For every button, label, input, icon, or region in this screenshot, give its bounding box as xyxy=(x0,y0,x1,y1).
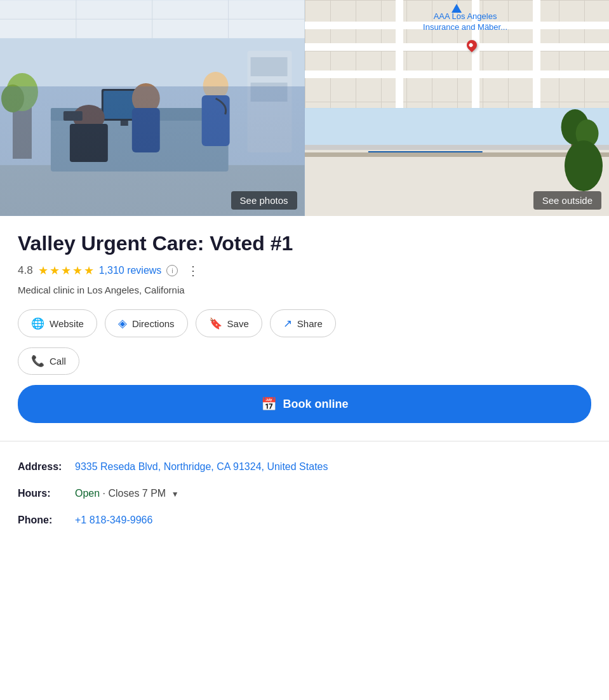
phone-row: Phone: +1 818-349-9966 xyxy=(18,513,591,528)
svg-rect-27 xyxy=(305,145,610,150)
svg-rect-23 xyxy=(251,83,288,102)
hours-label: Hours: xyxy=(18,486,75,501)
svg-rect-22 xyxy=(251,57,288,76)
svg-rect-11 xyxy=(121,121,128,126)
svg-rect-13 xyxy=(132,108,160,152)
svg-rect-10 xyxy=(104,91,144,119)
open-status: Open xyxy=(75,488,100,499)
divider xyxy=(0,441,609,441)
info-icon[interactable]: i xyxy=(166,265,178,276)
svg-rect-15 xyxy=(202,95,230,146)
phone-value[interactable]: +1 818-349-9966 xyxy=(75,513,152,528)
directions-button[interactable]: ◈ Directions xyxy=(105,309,188,337)
see-outside-button[interactable]: See outside xyxy=(533,191,601,210)
svg-point-14 xyxy=(203,72,229,100)
svg-rect-29 xyxy=(393,159,444,197)
info-section: Address: 9335 Reseda Blvd, Northridge, C… xyxy=(18,459,591,528)
hours-dropdown-icon[interactable]: ▼ xyxy=(171,490,179,499)
reviews-link[interactable]: 1,310 reviews xyxy=(99,265,162,276)
place-name: Valley Urgent Care: Voted #1 xyxy=(18,231,591,255)
call-button-row: 📞 Call xyxy=(18,347,591,375)
svg-point-20 xyxy=(1,84,24,112)
star-4: ★ xyxy=(72,264,83,278)
map-label: AAA Los Angeles Insurance and Mäber... xyxy=(423,11,507,33)
hours-row: Hours: Open · Closes 7 PM ▼ xyxy=(18,486,591,501)
svg-rect-7 xyxy=(51,114,229,172)
see-photos-button[interactable]: See photos xyxy=(231,191,297,210)
svg-rect-30 xyxy=(463,159,514,197)
hours-value: Open · Closes 7 PM ▼ xyxy=(75,486,179,501)
more-options-icon[interactable]: ⋮ xyxy=(183,262,204,279)
right-photos: AAA Los Angeles Insurance and Mäber... xyxy=(305,0,610,216)
svg-point-12 xyxy=(132,83,160,114)
phone-label: Phone: xyxy=(18,513,75,528)
action-buttons: 🌐 Website ◈ Directions 🔖 Save ↗ Share xyxy=(18,309,591,337)
svg-point-19 xyxy=(6,73,38,111)
star-1: ★ xyxy=(38,264,48,278)
svg-rect-17 xyxy=(70,124,108,162)
share-icon: ↗ xyxy=(283,317,292,330)
svg-point-16 xyxy=(73,105,105,130)
star-3: ★ xyxy=(61,264,71,278)
call-button[interactable]: 📞 Call xyxy=(18,347,79,375)
phone-icon: 📞 xyxy=(31,354,44,368)
svg-rect-8 xyxy=(51,108,229,121)
address-row: Address: 9335 Reseda Blvd, Northridge, C… xyxy=(18,459,591,475)
globe-icon: 🌐 xyxy=(31,317,44,330)
star-rating: ★ ★ ★ ★ ★ xyxy=(38,264,94,278)
exterior-photo[interactable]: See outside xyxy=(305,108,610,216)
svg-point-37 xyxy=(575,119,598,147)
rating-number: 4.8 xyxy=(18,264,33,277)
share-button[interactable]: ↗ Share xyxy=(270,309,336,337)
calendar-icon: 📅 xyxy=(261,396,277,412)
svg-rect-24 xyxy=(64,111,83,121)
address-value[interactable]: 9335 Reseda Blvd, Northridge, CA 91324, … xyxy=(75,459,328,475)
star-5: ★ xyxy=(84,264,94,278)
save-button[interactable]: 🔖 Save xyxy=(196,309,262,337)
address-label: Address: xyxy=(18,459,75,475)
bookmark-icon: 🔖 xyxy=(209,317,222,330)
place-type: Medical clinic in Los Angeles, Californi… xyxy=(18,285,591,295)
rating-row: 4.8 ★ ★ ★ ★ ★ 1,310 reviews i ⋮ xyxy=(18,262,591,279)
svg-rect-28 xyxy=(323,159,374,197)
map-thumbnail[interactable]: AAA Los Angeles Insurance and Mäber... xyxy=(305,0,610,108)
svg-rect-33 xyxy=(305,152,610,160)
photo-grid: See photos AAA Los Angeles xyxy=(0,0,609,216)
directions-icon: ◈ xyxy=(118,316,127,330)
svg-rect-9 xyxy=(102,89,146,121)
star-2: ★ xyxy=(50,264,60,278)
book-online-button[interactable]: 📅 Book online xyxy=(18,385,591,423)
closing-time: · Closes 7 PM xyxy=(103,488,166,499)
clinic-interior-photo[interactable]: See photos xyxy=(0,0,305,216)
website-button[interactable]: 🌐 Website xyxy=(18,309,97,337)
main-content: Valley Urgent Care: Voted #1 4.8 ★ ★ ★ ★… xyxy=(0,216,609,528)
svg-rect-18 xyxy=(13,95,32,159)
